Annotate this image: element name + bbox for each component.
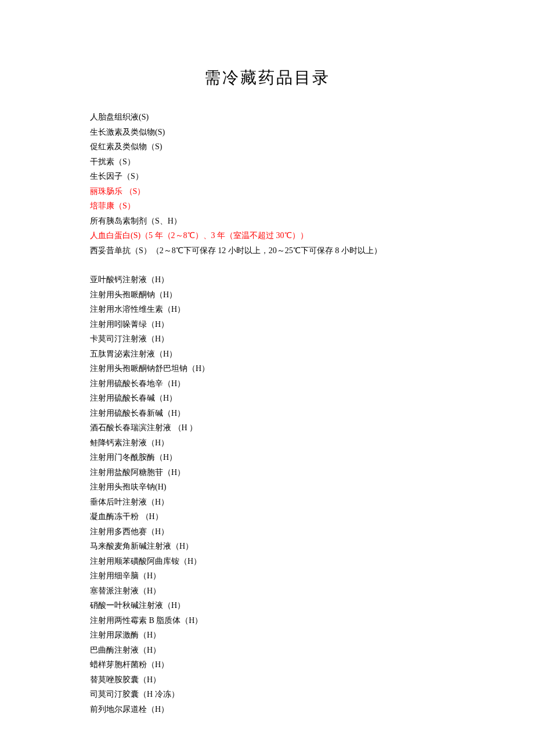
list-item: 注射用多西他赛（H）	[90, 524, 444, 539]
list-item: 亚叶酸钙注射液（H）	[90, 272, 444, 287]
list-item: 人血白蛋白(S)（5 年（2～8℃）、3 年（室温不超过 30℃））	[90, 228, 444, 243]
list-item: 注射用头孢哌酮钠（H）	[90, 287, 444, 303]
list-item: 注射用吲哚菁绿（H）	[90, 317, 444, 332]
list-item: 培菲康（S）	[90, 199, 444, 214]
list-item: 前列地尔尿道栓（H）	[90, 702, 444, 717]
list-item: 人胎盘组织液(S)	[90, 110, 444, 125]
list-item: 注射用尿激酶（H）	[90, 628, 444, 643]
list-item: 注射用硫酸长春碱（H）	[90, 391, 444, 406]
list-item: 注射用硫酸长春新碱（H）	[90, 406, 444, 421]
list-item: 生长因子（S）	[90, 169, 444, 184]
drug-list: 人胎盘组织液(S)生长激素及类似物(S)促红素及类似物（S)干扰素（S）生长因子…	[90, 110, 444, 717]
list-item: 硝酸一叶秋碱注射液（H）	[90, 598, 444, 613]
list-item: 五肽胃泌素注射液（H）	[90, 347, 444, 362]
document-page: 需冷藏药品目录 人胎盘组织液(S)生长激素及类似物(S)促红素及类似物（S)干扰…	[0, 0, 534, 756]
list-item: 注射用两性霉素 B 脂质体（H）	[90, 613, 444, 628]
list-item: 凝血酶冻干粉 （H）	[90, 509, 444, 524]
list-item: 注射用头孢呋辛钠(H)	[90, 480, 444, 495]
list-item: 注射用水溶性维生素（H）	[90, 302, 444, 317]
list-item: 所有胰岛素制剂（S、H）	[90, 214, 444, 229]
list-item: 注射用细辛脑（H）	[90, 568, 444, 584]
list-item: 生长激素及类似物(S)	[90, 125, 444, 140]
list-item: 注射用硫酸长春地辛（H）	[90, 376, 444, 391]
list-item: 促红素及类似物（S)	[90, 139, 444, 154]
list-item: 塞替派注射液（H）	[90, 584, 444, 599]
list-item: 替莫唑胺胶囊（H）	[90, 672, 444, 687]
list-item: 巴曲酶注射液（H）	[90, 643, 444, 658]
list-item: 垂体后叶注射液（H）	[90, 495, 444, 510]
list-item: 注射用头孢哌酮钠舒巴坦钠（H）	[90, 361, 444, 376]
page-title: 需冷藏药品目录	[90, 67, 444, 89]
list-spacer	[90, 258, 444, 272]
list-item: 丽珠肠乐 （S）	[90, 184, 444, 199]
list-item: 蜡样芽胞杆菌粉（H）	[90, 657, 444, 672]
list-item: 鲑降钙素注射液（H）	[90, 435, 444, 451]
list-item: 司莫司汀胶囊（H 冷冻）	[90, 687, 444, 702]
list-item: 注射用顺苯磺酸阿曲库铵（H）	[90, 554, 444, 569]
list-item: 酒石酸长春瑞滨注射液 （H ）	[90, 420, 444, 435]
list-item: 马来酸麦角新碱注射液（H）	[90, 539, 444, 554]
list-item: 注射用门冬酰胺酶（H）	[90, 450, 444, 465]
list-item: 卡莫司汀注射液（H）	[90, 332, 444, 347]
list-item: 干扰素（S）	[90, 154, 444, 170]
list-item: 西妥昔单抗（S）（2～8℃下可保存 12 小时以上，20～25℃下可保存 8 小…	[90, 243, 444, 258]
list-item: 注射用盐酸阿糖胞苷（H）	[90, 465, 444, 480]
